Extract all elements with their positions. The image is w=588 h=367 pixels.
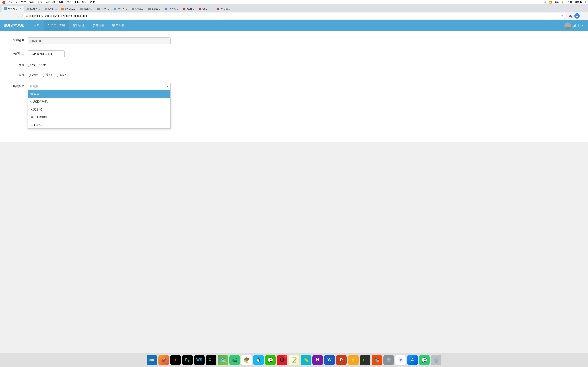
forward-button[interactable]: → (9, 13, 14, 19)
tab-label-3: layuiT... (48, 7, 57, 10)
teacher-name-label: 教师姓名 (8, 52, 25, 56)
back-button[interactable]: ← (2, 13, 7, 19)
dept-option-1[interactable]: 信息工程学院 (28, 98, 171, 106)
admin-account-input[interactable] (28, 37, 171, 44)
lock-icon: 🔒 (25, 15, 28, 17)
gender-male-option[interactable]: 男 (28, 63, 35, 67)
tab-label-11: csdn... (187, 7, 194, 10)
menubar-bookmarks[interactable]: 书签 (58, 0, 63, 4)
form-row-teacher-name: 教师姓名 (8, 50, 176, 57)
menubar-left: 🍎 Chrome 文件 编辑 显示 历史记录 书签 用户 Tab 窗口 帮助 (2, 0, 95, 4)
form-row-gender: 性别 男 女 (8, 63, 176, 67)
title-lecturer-option[interactable]: 讲师 (42, 73, 52, 77)
menubar-battery-icon: 🔋 (561, 1, 564, 4)
gender-female-option[interactable]: 女 (39, 63, 46, 67)
url-bar[interactable]: 🔒 localhost:8080/project/admin/teacher_u… (22, 13, 566, 19)
admin-account-label: 管理账号 (8, 39, 25, 43)
dept-dropdown-arrow: ▲ (166, 85, 169, 88)
gender-female-radio[interactable] (39, 64, 42, 67)
tab-favicon-3 (45, 8, 47, 10)
tab-2[interactable]: layui界... (24, 6, 42, 12)
tab-10[interactable]: New C... (163, 6, 181, 12)
dept-option-2[interactable]: 人文学院 (28, 106, 171, 113)
form-row-admin-account: 管理账号 (8, 37, 176, 44)
tab-7[interactable]: 管理界... (111, 6, 129, 12)
tab-favicon-11 (183, 8, 185, 10)
bookmark-icon[interactable]: ☆ (561, 14, 564, 17)
menubar-profiles[interactable]: 用户 (67, 0, 71, 4)
title-assistant-radio[interactable] (56, 74, 59, 77)
teacher-name-input[interactable] (28, 50, 65, 57)
nav-item-teacher[interactable]: 教师管理 (89, 20, 108, 31)
profile-button[interactable]: A (574, 13, 580, 19)
title-assistant-label: 助教 (60, 73, 66, 77)
tab-label-10: New C... (169, 7, 178, 10)
title-professor-option[interactable]: 教授 (28, 73, 38, 77)
nav-item-dept[interactable]: 部门管理 (69, 20, 89, 31)
menubar-history[interactable]: 历史记录 (45, 0, 55, 4)
title-lecturer-radio[interactable] (42, 74, 45, 77)
menubar-help[interactable]: 帮助 (90, 0, 95, 4)
menubar-datetime: 2月1日 周六 13:41 (566, 0, 586, 4)
dept-label: 所属院系 (8, 85, 25, 88)
tab-favicon-6 (97, 8, 100, 10)
title-radio-group: 教授 讲师 助教 (28, 73, 66, 77)
menubar-tab[interactable]: Tab (75, 1, 79, 4)
nav-item-student[interactable]: 学生管理 (108, 20, 128, 31)
menubar-right: 🔍 📶 50% 🔋 2月1日 周六 13:41 (544, 0, 586, 4)
reload-button[interactable]: ↻ (16, 13, 21, 19)
navbar: 成绩管理系统 首页 平台用户管理 部门管理 教师管理 学生管理 (0, 20, 588, 31)
tab-13[interactable]: 写文章... (215, 6, 233, 12)
nav-item-home[interactable]: 首页 (30, 20, 44, 31)
title-professor-radio[interactable] (28, 74, 31, 77)
tab-favicon-2 (26, 8, 29, 10)
tab-3[interactable]: layuiT... (42, 6, 59, 12)
tab-label-12: CSDN-... (202, 7, 212, 10)
dept-dropdown-list: 请选择 信息工程学院 人文学院 电子工程学院 11111222 (28, 90, 171, 129)
nav-menu: 首页 平台用户管理 部门管理 教师管理 学生管理 (30, 20, 128, 31)
menubar-file[interactable]: 文件 (21, 0, 26, 4)
user-dropdown-icon[interactable]: ▼ (582, 25, 584, 27)
dept-option-placeholder[interactable]: 请选择 (28, 90, 171, 98)
tab-8[interactable]: $.eac... (129, 6, 146, 12)
user-name: admin (572, 24, 580, 27)
tab-11[interactable]: csdn... (181, 6, 196, 12)
menubar-view[interactable]: 显示 (37, 0, 42, 4)
tab-active[interactable]: 管理界... ✕ (2, 6, 24, 12)
tab-5[interactable]: localh... (78, 6, 95, 12)
dept-select-wrapper: 请选择 ▲ 请选择 信息工程学院 人文学院 电子工程学院 (28, 83, 171, 90)
form-container: 管理账号 教师姓名 性别 男 女 职称 (0, 31, 184, 102)
dept-option-3[interactable]: 电子工程学院 (28, 113, 171, 121)
nav-item-platform-user[interactable]: 平台用户管理 (44, 20, 69, 31)
browser-window: 管理界... ✕ layui界... layuiT... MySQL... lo… (0, 4, 588, 20)
dept-option-4[interactable]: 11111222 (28, 121, 171, 128)
tab-label-6: 表单-... (101, 7, 109, 11)
url-text: localhost:8080/project/admin/teacher_upd… (29, 14, 560, 17)
tab-6[interactable]: 表单-... (95, 6, 111, 12)
menubar-chrome[interactable]: Chrome (9, 1, 17, 4)
tab-12[interactable]: CSDN-... (196, 6, 215, 12)
tab-close-1[interactable]: ✕ (19, 7, 22, 10)
gender-male-radio[interactable] (28, 64, 31, 67)
title-assistant-option[interactable]: 助教 (56, 73, 66, 77)
more-menu-button[interactable]: ⋮ (581, 13, 586, 19)
tab-favicon-8 (132, 8, 134, 10)
apple-menu[interactable]: 🍎 (2, 1, 6, 4)
tab-label-2: layui界... (30, 7, 40, 11)
extensions-button[interactable]: 🔌 (568, 13, 573, 19)
tab-favicon-4 (61, 8, 64, 10)
menubar-edit[interactable]: 编辑 (29, 0, 34, 4)
tab-favicon-5 (80, 8, 83, 10)
profile-avatar: A (574, 13, 580, 18)
tab-label-4: MySQL... (65, 7, 75, 10)
tab-4[interactable]: MySQL... (59, 6, 78, 12)
dept-selected-value: 请选择 (30, 85, 39, 88)
tab-9[interactable]: $.eac... (146, 6, 162, 12)
new-tab-button[interactable]: + (233, 6, 239, 12)
tab-bar: 管理界... ✕ layui界... layuiT... MySQL... lo… (0, 4, 588, 12)
menubar-window[interactable]: 窗口 (82, 0, 87, 4)
form-row-title: 职称 教授 讲师 助教 (8, 73, 176, 77)
nav-user: admin ▼ (564, 22, 584, 29)
dept-select[interactable]: 请选择 ▲ (28, 83, 171, 90)
app-container: 成绩管理系统 首页 平台用户管理 部门管理 教师管理 学生管理 (0, 20, 588, 142)
